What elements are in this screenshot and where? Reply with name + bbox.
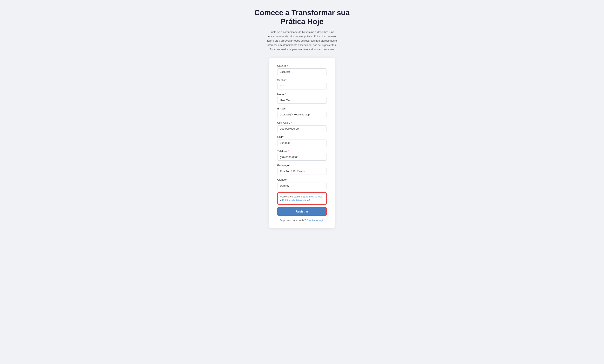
label-usuario: Usuário* (277, 64, 327, 67)
required-star: * (291, 121, 292, 124)
input-nome[interactable] (277, 97, 327, 104)
label-nome: Nome* (277, 93, 327, 96)
form-group-endereco: Endereço* (277, 164, 327, 175)
required-star: * (285, 107, 286, 110)
terms-text-after: ? (309, 199, 310, 202)
terms-box: Você concorda com os Termos de Uso e Pol… (277, 192, 327, 205)
input-crp[interactable] (277, 139, 327, 146)
form-group-telefone: Telefone* (277, 150, 327, 161)
form-group-cidade: Cidade* (277, 178, 327, 189)
privacy-policy-link[interactable]: Políticas de Privacidade (282, 199, 309, 202)
input-usuario[interactable] (277, 68, 327, 75)
input-telefone[interactable] (277, 154, 327, 161)
input-cidade[interactable] (277, 182, 327, 189)
required-star: * (289, 164, 290, 167)
terms-text-middle: e (280, 199, 282, 202)
label-senha: Senha* (277, 78, 327, 82)
required-star: * (287, 64, 288, 67)
form-group-crp: CRP* (277, 135, 327, 146)
label-cidade: Cidade* (277, 178, 327, 181)
form-group-cpf: CPF/CNPJ* (277, 121, 327, 132)
input-endereco[interactable] (277, 168, 327, 175)
login-text: Já possui uma conta? (280, 219, 306, 222)
registration-form-card: Usuário* Senha* Nome* E-mail* (269, 58, 335, 228)
input-senha[interactable] (277, 83, 327, 89)
label-endereco: Endereço* (277, 164, 327, 167)
form-group-senha: Senha* (277, 78, 327, 89)
required-star: * (283, 135, 284, 138)
login-section: Já possui uma conta? Realize o login (277, 219, 327, 222)
label-telefone: Telefone* (277, 150, 327, 153)
terms-text-before: Você concorda com os (280, 195, 306, 198)
label-email: E-mail* (277, 107, 327, 110)
form-group-email: E-mail* (277, 107, 327, 118)
terms-of-use-link[interactable]: Termos de Uso (306, 195, 323, 198)
page-title: Comece a Transformar suaPrática Hoje (254, 8, 350, 26)
label-crp: CRP* (277, 135, 327, 138)
login-link[interactable]: Realize o login (307, 219, 324, 222)
form-group-nome: Nome* (277, 93, 327, 104)
form-group-usuario: Usuário* (277, 64, 327, 75)
page-container: Comece a Transformar suaPrática Hoje Jun… (232, 8, 372, 228)
input-cpf[interactable] (277, 125, 327, 132)
input-email[interactable] (277, 111, 327, 118)
label-cpf: CPF/CNPJ* (277, 121, 327, 124)
required-star: * (286, 178, 287, 181)
register-button[interactable]: Registrar (277, 207, 327, 216)
page-subtitle: Junte-se à comunidade do Nexamind e desc… (267, 30, 337, 51)
required-star: * (285, 93, 286, 96)
required-star: * (286, 78, 287, 82)
required-star: * (288, 150, 289, 153)
